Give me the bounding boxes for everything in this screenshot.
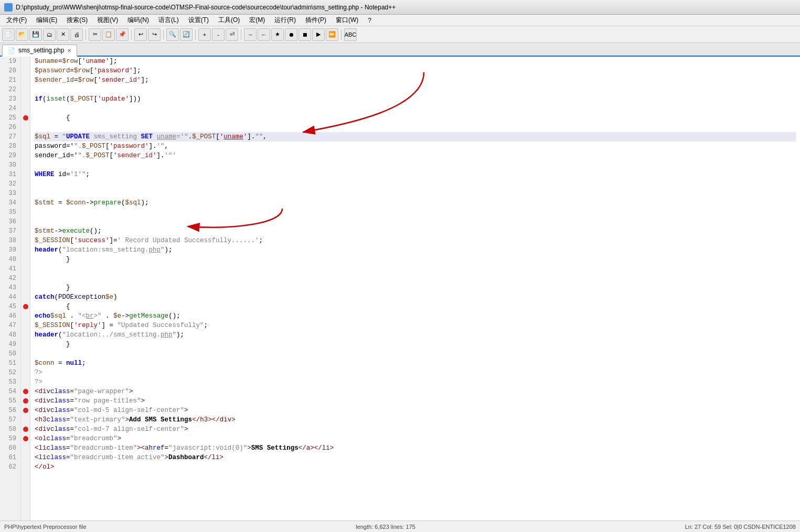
toolbar-macro-rec[interactable]: ⏺ bbox=[285, 28, 297, 41]
toolbar-bookmark[interactable]: ★ bbox=[271, 28, 284, 41]
tab-close-btn[interactable]: ✕ bbox=[67, 48, 71, 53]
code-line-42 bbox=[35, 274, 796, 283]
toolbar-cut[interactable]: ✂ bbox=[89, 28, 101, 41]
line-num-59: 59 bbox=[4, 434, 16, 443]
bookmark-dot-45 bbox=[23, 304, 28, 309]
title-bar: D:\phpstudy_pro\WWW\shenji\otmsp-final-s… bbox=[0, 0, 800, 15]
line-num-35: 35 bbox=[4, 208, 16, 217]
menu-macro[interactable]: 宏(M) bbox=[245, 15, 269, 26]
line-num-55: 55 bbox=[4, 396, 16, 406]
toolbar-sep1 bbox=[86, 29, 86, 40]
menu-window[interactable]: 窗口(W) bbox=[332, 15, 362, 26]
bm-44 bbox=[21, 292, 30, 302]
line-num-34: 34 bbox=[4, 198, 16, 208]
bm-37 bbox=[21, 226, 30, 236]
menu-settings[interactable]: 设置(T) bbox=[184, 15, 213, 26]
toolbar-indent[interactable]: → bbox=[244, 28, 257, 41]
code-rows: 19 20 21 22 23 24 25 26 27 28 29 30 31 3… bbox=[0, 57, 800, 532]
code-line-47: $_SESSION['reply'] = "Updated Successful… bbox=[35, 321, 796, 330]
bm-20 bbox=[21, 66, 30, 75]
bm-50 bbox=[21, 349, 30, 359]
code-line-45: { bbox=[35, 302, 796, 311]
bm-57 bbox=[21, 415, 30, 425]
menu-view[interactable]: 视图(V) bbox=[93, 15, 122, 26]
status-position: Ln: 27 Col: 59 Sel: 0|0 CSDN-ENTICE1208 bbox=[685, 524, 796, 530]
code-line-58: <div class="col-md-7 align-self-center"> bbox=[35, 425, 796, 434]
menu-encoding[interactable]: 编码(N) bbox=[123, 15, 153, 26]
bm-46 bbox=[21, 311, 30, 321]
line-num-22: 22 bbox=[4, 85, 16, 94]
line-num-49: 49 bbox=[4, 340, 16, 349]
toolbar-zoom-in[interactable]: + bbox=[198, 28, 211, 41]
toolbar-open[interactable]: 📂 bbox=[16, 28, 28, 41]
menu-help[interactable]: ? bbox=[364, 16, 376, 25]
code-line-49: } bbox=[35, 340, 796, 349]
code-line-22 bbox=[35, 85, 796, 94]
bookmark-dot-55 bbox=[23, 398, 28, 404]
code-line-39: header("location:sms_setting.php"); bbox=[35, 245, 796, 255]
toolbar-spell[interactable]: ABC bbox=[344, 28, 357, 41]
toolbar-redo[interactable]: ↪ bbox=[148, 28, 161, 41]
toolbar-print[interactable]: 🖨 bbox=[70, 28, 83, 41]
toolbar-undo[interactable]: ↩ bbox=[134, 28, 147, 41]
code-line-41 bbox=[35, 264, 796, 274]
menu-search[interactable]: 搜索(S) bbox=[62, 15, 92, 26]
bm-27 bbox=[21, 132, 30, 142]
line-num-25: 25 bbox=[4, 113, 16, 123]
toolbar-close[interactable]: ✕ bbox=[57, 28, 69, 41]
code-line-53: ?> bbox=[35, 377, 796, 387]
toolbar-outdent[interactable]: ← bbox=[258, 28, 270, 41]
toolbar-macro-play[interactable]: ▶ bbox=[312, 28, 325, 41]
toolbar-paste[interactable]: 📌 bbox=[116, 28, 129, 41]
code-line-35 bbox=[35, 208, 796, 217]
line-num-33: 33 bbox=[4, 189, 16, 198]
menu-plugins[interactable]: 插件(P) bbox=[301, 15, 330, 26]
toolbar-sep4 bbox=[195, 29, 196, 40]
menu-run[interactable]: 运行(R) bbox=[270, 15, 300, 26]
code-line-31: WHERE id='1'"; bbox=[35, 170, 796, 179]
bm-30 bbox=[21, 160, 30, 170]
code-line-60: <li class="breadcrumb-item"><a href="jav… bbox=[35, 443, 796, 453]
menu-edit[interactable]: 编辑(E) bbox=[32, 15, 61, 26]
code-line-43: } bbox=[35, 283, 796, 292]
code-line-36 bbox=[35, 217, 796, 226]
title-text: D:\phpstudy_pro\WWW\shenji\otmsp-final-s… bbox=[16, 4, 396, 11]
menu-file[interactable]: 文件(F) bbox=[2, 15, 31, 26]
line-num-29: 29 bbox=[4, 151, 16, 160]
bm-58 bbox=[21, 425, 30, 434]
bm-52 bbox=[21, 368, 30, 377]
bm-45 bbox=[21, 302, 30, 311]
toolbar-save-all[interactable]: 🗂 bbox=[43, 28, 56, 41]
line-num-60: 60 bbox=[4, 443, 16, 453]
bm-29 bbox=[21, 151, 30, 160]
code-line-34: $stmt = $conn->prepare($sql); bbox=[35, 198, 796, 208]
toolbar-replace[interactable]: 🔄 bbox=[180, 28, 193, 41]
bm-48 bbox=[21, 330, 30, 340]
code-content[interactable]: $uname=$row['uname']; $password=$row['pa… bbox=[30, 57, 800, 532]
line-num-61: 61 bbox=[4, 453, 16, 462]
menu-language[interactable]: 语言(L) bbox=[154, 15, 183, 26]
bm-41 bbox=[21, 264, 30, 274]
toolbar-save[interactable]: 💾 bbox=[29, 28, 42, 41]
app-icon bbox=[4, 3, 13, 12]
toolbar-zoom-out[interactable]: - bbox=[212, 28, 225, 41]
line-num-20: 20 bbox=[4, 66, 16, 75]
bm-47 bbox=[21, 321, 30, 330]
toolbar-wrap[interactable]: ⏎ bbox=[226, 28, 238, 41]
toolbar-new[interactable]: 📄 bbox=[2, 28, 15, 41]
toolbar-macro-stop[interactable]: ⏹ bbox=[298, 28, 311, 41]
menu-bar: 文件(F) 编辑(E) 搜索(S) 视图(V) 编码(N) 语言(L) 设置(T… bbox=[0, 15, 800, 26]
toolbar-sep5 bbox=[241, 29, 241, 40]
code-line-25: { bbox=[35, 113, 796, 123]
tab-sms-setting[interactable]: 📄 sms_setting.php ✕ bbox=[2, 45, 77, 57]
bm-55 bbox=[21, 396, 30, 406]
line-num-56: 56 bbox=[4, 406, 16, 415]
bm-38 bbox=[21, 236, 30, 245]
code-line-52: ?> bbox=[35, 368, 796, 377]
code-line-23: if(isset($_POST['update'])) bbox=[35, 94, 796, 104]
toolbar-find[interactable]: 🔍 bbox=[166, 28, 179, 41]
bm-34 bbox=[21, 198, 30, 208]
toolbar-macro-fast[interactable]: ⏩ bbox=[326, 28, 338, 41]
toolbar-copy[interactable]: 📋 bbox=[102, 28, 115, 41]
menu-tools[interactable]: 工具(O) bbox=[214, 15, 244, 26]
